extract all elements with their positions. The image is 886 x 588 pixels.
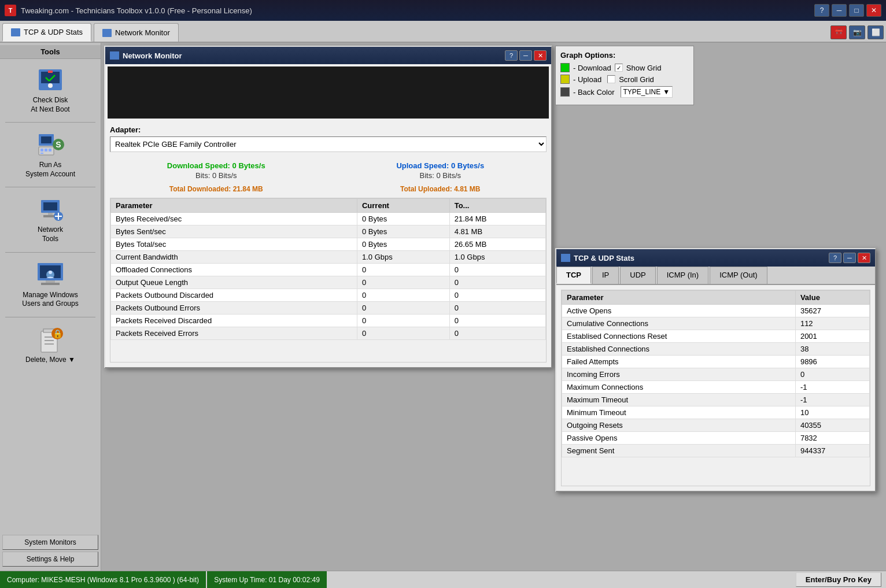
svg-rect-10 — [45, 149, 47, 151]
graph-options-title: Graph Options: — [560, 51, 689, 60]
uptime-info: System Up Time: 01 Day 00:02:49 — [207, 571, 327, 588]
nm-adapter-select[interactable]: Realtek PCIe GBE Family Controller — [110, 136, 547, 152]
svg-rect-24 — [46, 280, 55, 283]
delete-move-label: Delete, Move ▼ — [25, 356, 75, 365]
tab-tcp-label: TCP & UDP Stats — [24, 28, 83, 36]
tcp-col-value: Value — [795, 291, 869, 305]
go-backcolor-row: - Back Color TYPE_LINE ▼ — [560, 86, 689, 98]
tab-icmp-out[interactable]: ICMP (Out) — [710, 267, 767, 284]
sidebar-header: Tools — [0, 45, 101, 59]
network-tools-label: NetworkTools — [38, 225, 63, 243]
camera-icon[interactable]: 📷 — [849, 25, 865, 39]
tab-udp[interactable]: UDP — [620, 267, 655, 284]
svg-text:S: S — [56, 140, 61, 149]
app-icon: T — [5, 5, 16, 16]
system-monitors-btn[interactable]: System Monitors — [2, 535, 98, 550]
nm-window-icon — [110, 51, 119, 60]
nm-col-param: Parameter — [111, 199, 357, 213]
nm-adapter-label: Adapter: — [110, 125, 547, 134]
run-as-label: Run AsSystem Account — [25, 161, 75, 179]
tcp-min-btn[interactable]: ─ — [843, 253, 856, 263]
sidebar-item-run-as[interactable]: S Run AsSystem Account — [0, 124, 101, 186]
network-monitor-window: Network Monitor ? ─ ✕ Adapter: Realtek P… — [104, 46, 552, 368]
nm-min-btn[interactable]: ─ — [519, 50, 532, 61]
svg-point-2 — [48, 83, 53, 88]
title-bar: T Tweaking.com - Technicians Toolbox v1.… — [0, 0, 886, 21]
type-dropdown[interactable]: TYPE_LINE ▼ — [621, 86, 673, 98]
nm-ul-speed: Upload Speed: 0 Bytes/s — [334, 161, 547, 170]
nm-dl-speed: Download Speed: 0 Bytes/s — [110, 161, 323, 170]
tab-nm-icon — [102, 29, 112, 37]
buy-pro-button[interactable]: Enter/Buy Pro Key — [796, 572, 881, 587]
table-row: Maximum Timeout-1 — [562, 394, 870, 406]
tab-icmp-in[interactable]: ICMP (In) — [657, 267, 708, 284]
nm-total-ul: Total Uploaded: 4.81 MB — [400, 185, 480, 193]
tab-ip[interactable]: IP — [592, 267, 619, 284]
content-area: Network Monitor ? ─ ✕ Adapter: Realtek P… — [101, 43, 886, 571]
tcp-table-container[interactable]: Parameter Value Active Opens35627Cumulat… — [561, 290, 870, 486]
nm-close-btn[interactable]: ✕ — [534, 50, 547, 61]
svg-rect-12 — [40, 153, 43, 154]
nm-col-current: Current — [357, 199, 449, 213]
tcp-help-btn[interactable]: ? — [829, 253, 841, 263]
tab-bar: TCP & UDP Stats Network Monitor 🧰 📷 ⬜ — [0, 21, 886, 43]
scroll-grid-checkbox[interactable] — [607, 75, 615, 83]
nm-table-container[interactable]: Parameter Current To... Bytes Received/s… — [110, 198, 547, 363]
tcp-body: Parameter Value Active Opens35627Cumulat… — [556, 285, 875, 491]
tcp-tabs: TCP IP UDP ICMP (In) ICMP (Out) — [556, 267, 875, 285]
sidebar-item-delete-move[interactable]: 🔒 Delete, Move ▼ — [0, 319, 101, 372]
sidebar-item-manage-users[interactable]: Manage WindowsUsers and Groups — [0, 254, 101, 316]
tab-tcp[interactable]: TCP — [556, 267, 591, 284]
graph-options-box: Graph Options: - Download ✓ Show Grid - … — [555, 46, 694, 105]
tcp-close-btn[interactable]: ✕ — [858, 253, 870, 263]
table-row: Incoming Errors0 — [562, 368, 870, 381]
back-color-swatch — [560, 87, 570, 97]
tab-tcp-icon — [11, 28, 20, 36]
minimize-button[interactable]: ─ — [832, 4, 847, 17]
table-row: Packets Outbound Errors00 — [111, 302, 546, 315]
download-color-swatch — [560, 63, 570, 72]
svg-rect-3 — [48, 71, 53, 73]
go-download-row: - Download ✓ Show Grid — [560, 63, 689, 72]
window-icon[interactable]: ⬜ — [867, 25, 884, 39]
run-as-icon: S — [36, 131, 64, 158]
table-row: Segment Sent944337 — [562, 445, 870, 457]
table-row: Minimum Timeout10 — [562, 406, 870, 419]
toolbox-icon[interactable]: 🧰 — [830, 25, 847, 39]
nm-body: Adapter: Realtek PCIe GBE Family Control… — [105, 121, 551, 367]
maximize-button[interactable]: □ — [849, 4, 864, 17]
scroll-grid-label: Scroll Grid — [619, 75, 654, 84]
manage-users-label: Manage WindowsUsers and Groups — [22, 291, 78, 309]
nm-help-btn[interactable]: ? — [505, 50, 518, 61]
sidebar-item-check-disk[interactable]: Check DiskAt Next Boot — [0, 59, 101, 121]
tab-tcp-udp[interactable]: TCP & UDP Stats — [2, 23, 91, 42]
tcp-col-param: Parameter — [562, 291, 796, 305]
tcp-table: Parameter Value Active Opens35627Cumulat… — [562, 290, 870, 457]
svg-rect-7 — [41, 136, 51, 143]
tcp-window-icon — [561, 254, 570, 262]
delete-move-icon: 🔒 — [36, 326, 64, 353]
table-row: Offloaded Connections00 — [111, 264, 546, 276]
main-area: Tools Check DiskAt Next Boot — [0, 43, 886, 571]
svg-rect-25 — [41, 283, 60, 285]
settings-help-btn[interactable]: Settings & Help — [2, 552, 98, 567]
svg-rect-9 — [40, 149, 43, 151]
svg-text:🔒: 🔒 — [53, 329, 63, 339]
tcp-titlebar: TCP & UDP Stats ? ─ ✕ — [556, 249, 875, 267]
check-disk-icon — [36, 66, 64, 94]
network-tools-icon — [36, 195, 64, 223]
upload-color-swatch — [560, 75, 570, 84]
svg-rect-17 — [48, 213, 53, 215]
table-row: Outgoing Resets40355 — [562, 419, 870, 432]
back-color-label: - Back Color — [573, 88, 615, 97]
table-row: Current Bandwidth1.0 Gbps1.0 Gbps — [111, 251, 546, 264]
svg-rect-11 — [49, 149, 51, 151]
nm-table: Parameter Current To... Bytes Received/s… — [110, 198, 546, 340]
help-button[interactable]: ? — [814, 4, 829, 17]
close-button[interactable]: ✕ — [866, 4, 881, 17]
show-grid-checkbox[interactable]: ✓ — [615, 64, 623, 72]
computer-info: Computer: MIKES-MESH (Windows 8.1 Pro 6.… — [0, 571, 206, 588]
sidebar-item-network-tools[interactable]: NetworkTools — [0, 188, 101, 250]
table-row: Bytes Received/sec0 Bytes21.84 MB — [111, 213, 546, 225]
tab-network-monitor[interactable]: Network Monitor — [94, 23, 179, 42]
